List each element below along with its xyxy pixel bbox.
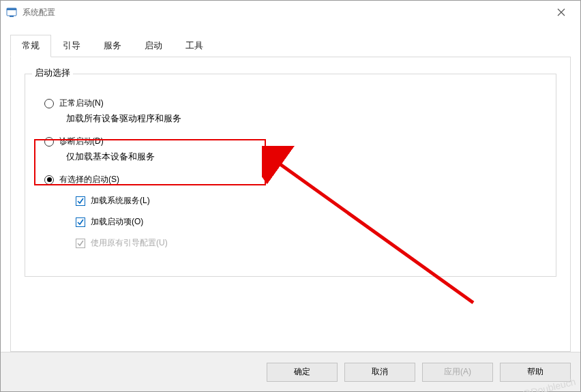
check-load-startup-items[interactable]: 加载启动项(O)	[76, 216, 543, 228]
close-button[interactable]	[546, 7, 576, 18]
checkbox-icon	[76, 239, 85, 248]
groupbox-label: 启动选择	[32, 67, 73, 79]
check-label: 加载系统服务(L)	[91, 195, 150, 207]
check-label: 使用原有引导配置(U)	[91, 237, 168, 249]
close-icon	[557, 8, 565, 16]
svg-rect-1	[7, 8, 16, 10]
tab-general[interactable]: 常规	[10, 35, 51, 57]
groupbox-startup-selection: 启动选择 正常启动(N) 加载所有设备驱动程序和服务 诊断启动(D) 仅加载基本…	[25, 74, 556, 277]
tab-startup[interactable]: 启动	[133, 35, 174, 57]
check-label: 加载启动项(O)	[91, 216, 143, 228]
radio-selective-startup[interactable]: 有选择的启动(S)	[44, 174, 543, 185]
checkbox-icon	[76, 217, 85, 227]
ok-button[interactable]: 确定	[267, 363, 338, 382]
option-desc: 仅加载基本设备和服务	[66, 151, 543, 163]
tab-boot[interactable]: 引导	[51, 35, 92, 57]
check-load-system-services[interactable]: 加载系统服务(L)	[76, 195, 543, 207]
check-use-original-boot-config: 使用原有引导配置(U)	[76, 237, 543, 249]
cancel-button[interactable]: 取消	[344, 363, 415, 382]
button-bar: 确定 取消 应用(A) 帮助	[1, 352, 580, 391]
tabbar: 常规 引导 服务 启动 工具	[1, 24, 580, 57]
window-title: 系统配置	[23, 7, 546, 18]
option-desc: 加载所有设备驱动程序和服务	[66, 113, 543, 125]
radio-icon	[44, 175, 54, 185]
radio-label: 正常启动(N)	[59, 97, 104, 109]
checkbox-icon	[76, 196, 85, 206]
radio-normal-startup[interactable]: 正常启动(N)	[44, 97, 543, 109]
selective-sub-options: 加载系统服务(L) 加载启动项(O) 使用原有引导配置(U)	[76, 195, 543, 249]
tabpage-general: 启动选择 正常启动(N) 加载所有设备驱动程序和服务 诊断启动(D) 仅加载基本…	[10, 57, 571, 352]
help-button[interactable]: 帮助	[500, 363, 571, 382]
radio-label: 诊断启动(D)	[59, 136, 104, 147]
apply-button: 应用(A)	[422, 363, 493, 382]
radio-icon	[44, 137, 54, 147]
radio-diagnostic-startup[interactable]: 诊断启动(D)	[44, 136, 543, 147]
app-icon	[6, 7, 17, 18]
svg-rect-2	[10, 16, 14, 17]
tab-tools[interactable]: 工具	[174, 35, 215, 57]
system-config-window: 系统配置 常规 引导 服务 启动 工具 启动选择 正常启动(N) 加载所有设备驱…	[0, 0, 581, 392]
radio-icon	[44, 99, 54, 108]
tab-services[interactable]: 服务	[92, 35, 133, 57]
radio-label: 有选择的启动(S)	[59, 174, 119, 185]
titlebar: 系统配置	[1, 1, 580, 24]
